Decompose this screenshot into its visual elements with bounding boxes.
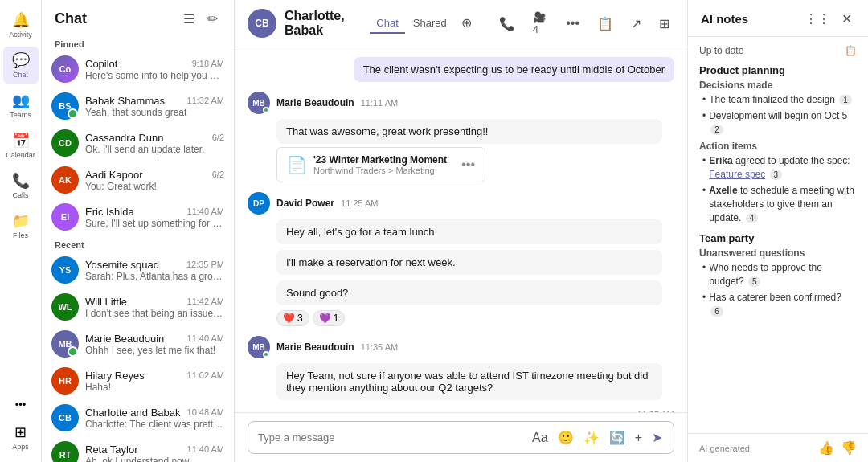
chat-item-copilot[interactable]: Co Copilot 9:18 AM Here's some info to h…: [42, 51, 234, 88]
message-bubble-3: Sound good?: [276, 280, 662, 305]
chat-item-content: Babak Shammas 11:32 AM Yeah, that sounds…: [85, 95, 224, 118]
reaction-heart[interactable]: ❤️ 3: [276, 310, 309, 326]
send-btn[interactable]: ➤: [650, 428, 664, 447]
ai-sub-decisions-made: Decisions made: [699, 80, 857, 91]
nav-item-activity[interactable]: 🔔 Activity: [3, 6, 39, 43]
chat-item-preview: Sarah: Plus, Atlanta has a growing tech …: [85, 271, 224, 282]
loop-btn[interactable]: 🔄: [608, 428, 627, 447]
nav-item-calls[interactable]: 📞 Calls: [3, 167, 39, 204]
nav-item-files[interactable]: 📁 Files: [3, 207, 39, 244]
ai-list-item: Erika agreed to update the spec: Feature…: [702, 154, 857, 182]
message-sender-row: DP David Power 11:25 AM: [248, 192, 674, 215]
message-group-marie-2: MB Marie Beaudouin 11:35 AM Hey Team, no…: [248, 336, 674, 400]
avatar-babak: BS: [51, 92, 79, 120]
nav-item-teams[interactable]: 👥 Teams: [3, 87, 39, 124]
chat-header-name: Charlotte, Babak: [285, 9, 358, 38]
chat-item-preview: Charlotte: The client was pretty happy w…: [85, 419, 224, 430]
ai-notes-settings-btn[interactable]: ⋮⋮: [801, 10, 833, 28]
thumbs-down-btn[interactable]: 👎: [841, 440, 857, 456]
activity-icon: 🔔: [12, 11, 30, 29]
popout-btn[interactable]: ⊞: [654, 13, 674, 35]
chat-item-charlotte-babak[interactable]: CB Charlotte and Babak 10:48 AM Charlott…: [42, 399, 234, 436]
nav-label-calls: Calls: [12, 191, 28, 199]
chat-item-content: Aadi Kapoor 6/2 You: Great work!: [85, 169, 224, 192]
chat-header: CB Charlotte, Babak Chat Shared ⊕ 📞 🎥 4 …: [235, 0, 687, 47]
ai-notes-close-btn[interactable]: ✕: [838, 10, 855, 28]
attachment-more-btn[interactable]: •••: [461, 157, 475, 172]
reaction-purple-heart[interactable]: 💜 1: [313, 310, 346, 326]
chat-item-aadi[interactable]: AK Aadi Kapoor 6/2 You: Great work!: [42, 161, 234, 198]
audio-call-btn[interactable]: 📞: [494, 13, 520, 35]
ai-sub-unanswered: Unanswered questions: [699, 247, 857, 259]
chat-item-will[interactable]: WL Will Little 11:42 AM I don't see that…: [42, 288, 234, 325]
action-item-1: Erika agreed to update the spec: Feature…: [709, 154, 857, 182]
compose-area: Aa 🙂 ✨ 🔄 + ➤: [235, 412, 687, 462]
ai-list-item: Axelle to schedule a meeting with stakeh…: [702, 184, 857, 224]
chat-item-name: Aadi Kapoor: [85, 169, 143, 181]
ai-notes-footer: AI generated 👍 👎: [688, 433, 868, 462]
nav-label-activity: Activity: [9, 31, 32, 39]
copy-icon[interactable]: 📋: [845, 45, 857, 56]
pinned-label: Pinned: [42, 35, 234, 51]
avatar-eric: EI: [51, 203, 79, 231]
calendar-icon: 📅: [12, 132, 30, 149]
filter-icon[interactable]: ☰: [180, 10, 198, 28]
chat-item-marie[interactable]: MB Marie Beaudouin 11:40 AM Ohhh I see, …: [42, 325, 234, 362]
feature-spec-link[interactable]: Feature spec: [709, 169, 765, 180]
chat-item-eric[interactable]: EI Eric Ishida 11:40 AM Sure, I'll set u…: [42, 198, 234, 235]
message-sender-row: MB Marie Beaudouin 11:35 AM: [248, 336, 674, 358]
avatar-marie: MB: [51, 330, 79, 358]
chat-item-hilary[interactable]: HR Hilary Reyes 11:02 AM Haha!: [42, 362, 234, 399]
video-call-btn[interactable]: 🎥 4: [528, 8, 553, 39]
more-actions-btn[interactable]: •••: [561, 13, 584, 34]
message-bubble: The client wasn't expecting us to be rea…: [354, 57, 674, 82]
chat-item-babak[interactable]: BS Babak Shammas 11:32 AM Yeah, that sou…: [42, 88, 234, 125]
chat-item-time: 11:40 AM: [187, 444, 224, 454]
chat-item-time: 11:02 AM: [187, 370, 224, 380]
msg-avatar-marie-2: MB: [248, 336, 270, 358]
sticker-btn[interactable]: ✨: [582, 428, 601, 447]
attach-btn[interactable]: +: [633, 429, 644, 447]
thumbs-up-btn[interactable]: 👍: [818, 440, 834, 456]
chat-item-cassandra[interactable]: CD Cassandra Dunn 6/2 Ok. I'll send an u…: [42, 125, 234, 161]
compose-input[interactable]: [258, 431, 524, 444]
ai-generated-label: AI generated: [699, 444, 750, 453]
nav-label-files: Files: [13, 231, 28, 239]
nav-item-chat[interactable]: 💬 Chat: [3, 47, 39, 84]
new-chat-icon[interactable]: ✏: [204, 10, 221, 28]
notes-btn[interactable]: 📋: [592, 13, 618, 35]
question-1: Who needs to approve the budget? 5: [709, 261, 857, 288]
chat-item-time: 11:40 AM: [187, 206, 224, 216]
chat-item-preview: Ohhh I see, yes let me fix that!: [85, 345, 224, 356]
message-group-david: DP David Power 11:25 AM Hey all, let's g…: [248, 192, 674, 326]
nav-item-calendar[interactable]: 📅 Calendar: [3, 127, 39, 164]
chat-item-preview: Here's some info to help you prep for yo…: [85, 70, 224, 81]
chat-item-time: 6/2: [212, 133, 224, 142]
ai-badge: 3: [770, 170, 783, 180]
message-bubble-2: I'll make a reservation for next week.: [276, 250, 662, 275]
share-btn[interactable]: ↗: [626, 13, 646, 35]
chat-header-tabs: Chat Shared ⊕: [370, 12, 477, 35]
ai-section-product-planning: Product planning: [699, 64, 857, 76]
chat-item-name: Will Little: [85, 296, 127, 308]
tab-shared[interactable]: Shared: [407, 14, 453, 34]
msg-avatar-marie: MB: [248, 92, 270, 114]
chat-item-content: Charlotte and Babak 10:48 AM Charlotte: …: [85, 407, 224, 430]
tab-chat[interactable]: Chat: [370, 14, 404, 34]
ai-badge: 1: [839, 95, 852, 105]
chat-item-time: 11:40 AM: [187, 333, 224, 343]
tab-add[interactable]: ⊕: [455, 12, 478, 35]
ai-feedback: 👍 👎: [818, 440, 857, 456]
ai-list-item: Who needs to approve the budget? 5: [702, 261, 857, 288]
teams-icon: 👥: [12, 92, 30, 109]
chat-item-preview: I don't see that being an issue. Can you…: [85, 308, 224, 319]
chat-item-reta[interactable]: RT Reta Taylor 11:40 AM Ah, ok I underst…: [42, 436, 234, 462]
nav-item-apps[interactable]: ⊞ Apps: [3, 419, 39, 456]
nav-item-more[interactable]: •••: [3, 394, 39, 415]
nav-label-teams: Teams: [10, 111, 31, 119]
chat-item-time: 9:18 AM: [192, 59, 224, 68]
chat-item-yosemite[interactable]: YS Yosemite squad 12:35 PM Sarah: Plus, …: [42, 251, 234, 288]
emoji-btn[interactable]: 🙂: [556, 428, 575, 447]
chat-header-avatar: CB: [248, 9, 276, 38]
format-btn[interactable]: Aa: [530, 429, 550, 447]
